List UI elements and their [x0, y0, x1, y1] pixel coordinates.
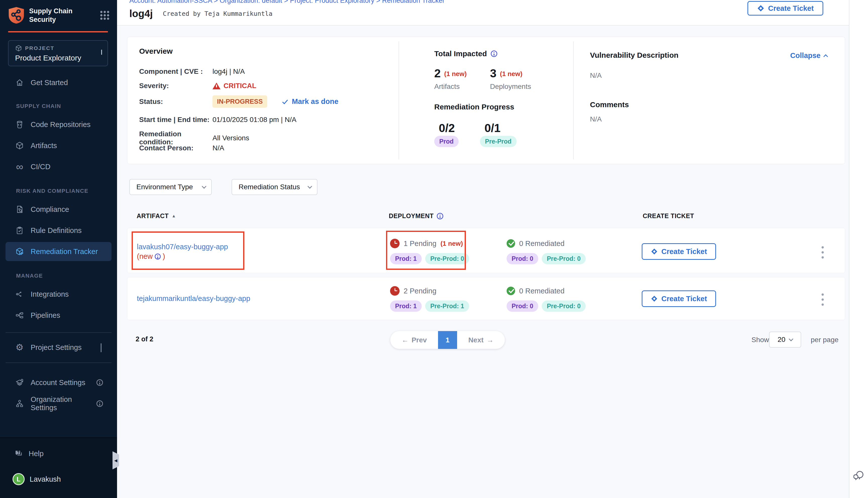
sidebar-item-code-repositories[interactable]: Code Repositories	[0, 114, 117, 135]
prod-progress-value: 0/2	[439, 121, 455, 135]
sidebar-item-account-settings[interactable]: Account Settings	[0, 372, 117, 393]
help-button[interactable]: Help	[14, 449, 44, 458]
sidebar-item-get-started[interactable]: Get Started	[0, 73, 117, 92]
info-icon[interactable]	[155, 253, 161, 260]
create-ticket-button[interactable]: Create Ticket	[642, 290, 716, 307]
info-icon[interactable]	[491, 51, 497, 57]
overview-card: Overview Component | CVE : log4j | N/A S…	[127, 37, 845, 164]
new-flag-close: )	[163, 252, 165, 261]
create-ticket-label: Create Ticket	[661, 295, 707, 303]
pending-new-count: (1 new)	[441, 240, 463, 248]
sidebar-item-compliance[interactable]: Compliance	[0, 199, 117, 220]
page-number-button[interactable]: 1	[438, 331, 457, 349]
per-page-label: per page	[811, 336, 839, 344]
sidebar-item-label: Project Settings	[31, 343, 82, 352]
sidebar-item-integrations[interactable]: Integrations	[0, 284, 117, 305]
artifact-link[interactable]: tejakummarikuntla/easy-buggy-app	[137, 294, 250, 303]
time-label: Start time | End time:	[139, 116, 212, 124]
prod-badge: Prod	[434, 136, 458, 147]
create-ticket-button[interactable]: Create Ticket	[748, 1, 823, 16]
sidebar-item-pipelines[interactable]: Pipelines	[0, 305, 117, 326]
condition-row: Remediation condition: All Versions	[139, 130, 249, 146]
chevron-right-icon	[101, 50, 102, 54]
preprod-badge: Pre-Prod: 0	[542, 300, 586, 312]
remediation-status-filter[interactable]: Remediation Status	[232, 179, 318, 195]
pending-status-icon	[390, 286, 400, 296]
deployments-new-count: (1 new)	[500, 67, 523, 78]
project-selector[interactable]: PROJECT Product Exploratory	[8, 40, 108, 66]
mark-as-done-button[interactable]: Mark as done	[281, 97, 338, 106]
user-name: Lavakush	[30, 475, 61, 483]
app-brand: Supply Chain Security	[8, 6, 111, 25]
page-header: Account: Automation-SSCA > Organization:…	[117, 0, 849, 26]
page-size-select[interactable]: 20	[769, 331, 801, 348]
artifacts-count: 2	[434, 67, 441, 79]
prod-badge: Prod: 0	[507, 253, 538, 264]
total-impacted-heading-row: Total Impacted	[434, 50, 497, 58]
artifacts-stat-label: Artifacts	[434, 82, 459, 91]
preprod-badge: Pre-Prod	[480, 136, 517, 147]
create-ticket-button[interactable]: Create Ticket	[642, 243, 716, 260]
preprod-progress-value: 0/1	[484, 121, 501, 135]
pending-cell: 1 Pending (1 new)	[390, 239, 463, 248]
deployment-column-label: DEPLOYMENT	[389, 212, 434, 220]
new-flag-text: (new	[137, 252, 153, 261]
help-chat-icon	[14, 449, 23, 458]
remediated-badges: Prod: 0 Pre-Prod: 0	[507, 253, 586, 264]
page-title: log4j	[129, 8, 153, 19]
environment-type-filter[interactable]: Environment Type	[129, 179, 212, 195]
status-row: Status: IN-PROGRESS Mark as done	[139, 95, 338, 108]
remediated-check-icon	[507, 287, 515, 295]
contact-label: Contact Person:	[139, 144, 212, 152]
artifact-link[interactable]: lavakush07/easy-buggy-app	[137, 243, 228, 251]
prod-badge: Prod: 1	[390, 253, 422, 264]
severity-row: Severity: CRITICAL	[139, 82, 257, 90]
card-divider	[573, 41, 574, 159]
sidebar-item-remediation-tracker[interactable]: Remediation Tracker	[0, 241, 117, 262]
prev-page-button[interactable]: ← Prev	[390, 331, 438, 349]
collapse-button[interactable]: Collapse	[790, 51, 827, 60]
comments-value: N/A	[590, 115, 602, 123]
deployments-count: 3	[490, 67, 496, 79]
module-grid-icon[interactable]	[99, 10, 111, 21]
status-label: Status:	[139, 97, 212, 106]
results-count: 2 of 2	[135, 335, 154, 343]
artifacts-stat: 2 (1 new)	[434, 67, 467, 79]
sidebar-item-label: Integrations	[31, 290, 69, 299]
sidebar-item-organization-settings[interactable]: Organization Settings	[0, 393, 117, 414]
created-by-subtitle: Created by Teja Kummarikuntla	[163, 10, 272, 17]
chevron-down-icon	[308, 184, 312, 188]
sidebar-item-label: Compliance	[31, 205, 69, 214]
sidebar-section-manage: MANAGE	[0, 262, 117, 284]
info-icon[interactable]	[437, 213, 443, 219]
sidebar-item-label: Organization Settings	[31, 395, 96, 412]
remediated-cell: 0 Remediated	[507, 239, 565, 248]
page-size-value: 20	[778, 336, 785, 344]
gear-icon: ⚙	[14, 343, 25, 352]
sidebar-item-label: Remediation Tracker	[31, 248, 98, 256]
sidebar-item-project-settings[interactable]: ⚙ Project Settings	[0, 333, 117, 362]
user-menu[interactable]: L Lavakush	[13, 473, 61, 485]
sidebar-item-rule-definitions[interactable]: Rule Definitions	[0, 220, 117, 241]
chat-support-icon[interactable]	[853, 470, 865, 481]
sidebar-item-label: Artifacts	[31, 142, 57, 150]
severity-value: CRITICAL	[223, 82, 257, 90]
column-header-deployment: DEPLOYMENT	[389, 212, 443, 220]
time-value: 01/10/2025 01:08 pm | N/A	[212, 116, 296, 124]
breadcrumb[interactable]: Account: Automation-SSCA > Organization:…	[129, 0, 444, 4]
remediated-badges: Prod: 0 Pre-Prod: 0	[507, 300, 586, 312]
jira-diamond-icon	[651, 295, 658, 302]
column-header-artifact[interactable]: ARTIFACT ▲	[137, 212, 176, 220]
remediation-tracker-icon	[14, 247, 25, 256]
row-menu-kebab-icon[interactable]	[817, 246, 828, 259]
project-name: Product Exploratory	[15, 54, 103, 62]
sidebar-item-artifacts[interactable]: Artifacts	[0, 135, 117, 156]
mark-as-done-label: Mark as done	[292, 97, 338, 106]
sidebar-item-label: CI/CD	[31, 163, 51, 171]
row-menu-kebab-icon[interactable]	[817, 293, 828, 306]
time-row: Start time | End time: 01/10/2025 01:08 …	[139, 116, 296, 124]
jira-diamond-icon	[757, 4, 765, 12]
next-page-button[interactable]: Next →	[457, 331, 505, 349]
layers-gear-icon	[14, 378, 25, 387]
sidebar-item-cicd[interactable]: ∞ CI/CD	[0, 156, 117, 177]
